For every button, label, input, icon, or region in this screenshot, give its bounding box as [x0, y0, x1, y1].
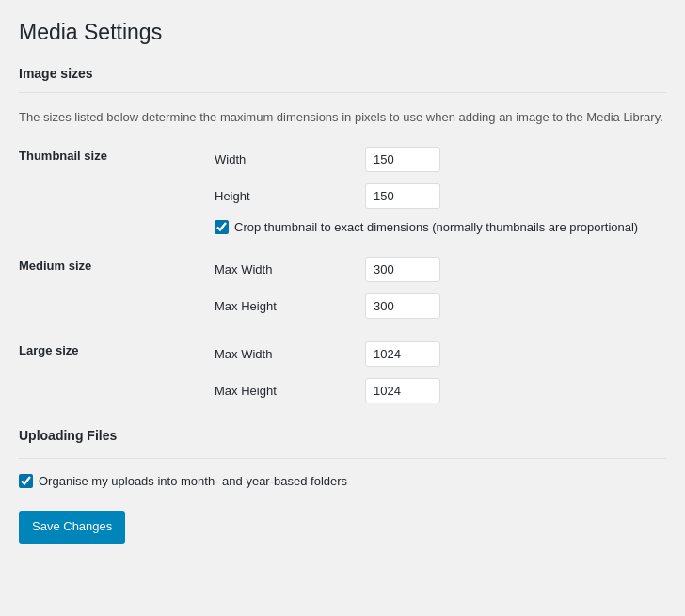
image-sizes-description: The sizes listed below determine the max…: [19, 108, 666, 127]
form-footer: Save Changes: [19, 511, 666, 543]
thumbnail-crop-checkbox[interactable]: [215, 220, 229, 234]
page-title: Media Settings: [19, 19, 666, 47]
organise-uploads-checkbox[interactable]: [19, 474, 33, 488]
thumbnail-height-input[interactable]: [365, 183, 440, 209]
thumbnail-size-row: Thumbnail size Width: [19, 141, 666, 178]
large-max-height-input[interactable]: [365, 378, 440, 403]
medium-max-height-input[interactable]: [365, 293, 440, 319]
organise-uploads-text: Organise my uploads into month- and year…: [39, 474, 347, 488]
medium-label: Medium size: [19, 251, 207, 288]
thumbnail-crop-label[interactable]: Crop thumbnail to exact dimensions (norm…: [215, 220, 659, 234]
organise-uploads-label[interactable]: Organise my uploads into month- and year…: [19, 474, 347, 488]
settings-table: Thumbnail size Width Height Crop th: [19, 141, 666, 409]
large-size-row: Large size Max Width: [19, 336, 666, 372]
thumbnail-height-label: Height: [207, 178, 358, 214]
medium-max-width-input[interactable]: [365, 257, 440, 282]
uploading-divider: [19, 458, 666, 459]
image-sizes-section: Image sizes The sizes listed below deter…: [19, 66, 666, 410]
large-max-width-input[interactable]: [365, 341, 440, 367]
section-divider: [19, 92, 666, 93]
medium-max-width-label: Max Width: [207, 251, 358, 288]
medium-height-row: Max Height: [19, 288, 666, 324]
save-changes-button[interactable]: Save Changes: [19, 511, 125, 543]
large-max-height-label: Max Height: [207, 372, 358, 409]
thumbnail-label: Thumbnail size: [19, 141, 207, 178]
medium-max-height-label: Max Height: [207, 288, 358, 324]
medium-size-row: Medium size Max Width: [19, 251, 666, 288]
thumbnail-width-label: Width: [207, 141, 358, 178]
large-label: Large size: [19, 336, 207, 372]
large-height-row: Max Height: [19, 372, 666, 409]
uploads-checkbox-row: Organise my uploads into month- and year…: [19, 474, 666, 488]
spacer-2: [19, 324, 666, 336]
large-max-width-label: Max Width: [207, 336, 358, 372]
uploading-files-heading: Uploading Files: [19, 428, 666, 447]
spacer-1: [19, 240, 666, 251]
page-container: Media Settings Image sizes The sizes lis…: [0, 0, 685, 616]
uploading-files-section: Uploading Files Organise my uploads into…: [19, 428, 666, 488]
thumbnail-crop-row: Crop thumbnail to exact dimensions (norm…: [19, 214, 666, 240]
thumbnail-height-row: Height: [19, 178, 666, 214]
thumbnail-width-input[interactable]: [365, 147, 440, 172]
image-sizes-heading: Image sizes: [19, 66, 666, 85]
thumbnail-width-cell: [358, 141, 666, 178]
thumbnail-crop-text: Crop thumbnail to exact dimensions (norm…: [234, 220, 638, 234]
